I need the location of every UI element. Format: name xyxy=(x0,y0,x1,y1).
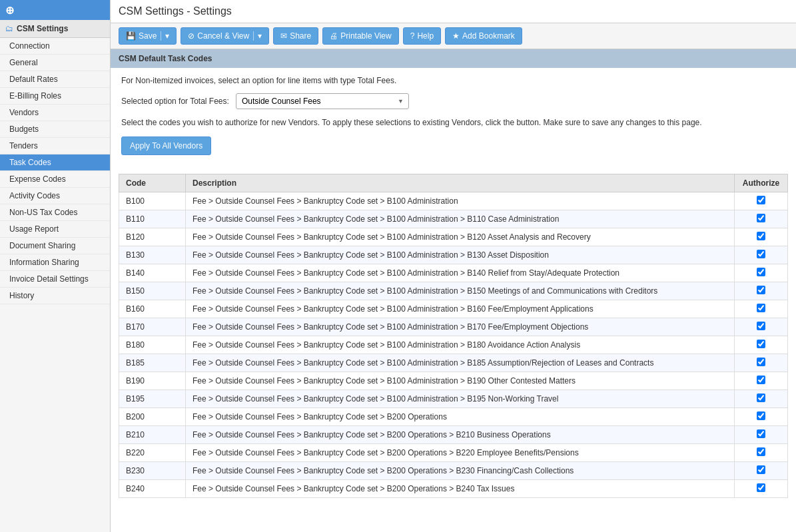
table-cell-description: Fee > Outside Counsel Fees > Bankruptcy … xyxy=(186,461,735,479)
authorize-checkbox[interactable] xyxy=(757,286,765,294)
authorize-checkbox[interactable] xyxy=(757,376,765,384)
table-cell-description: Fee > Outside Counsel Fees > Bankruptcy … xyxy=(186,228,735,246)
sidebar-item-e-billing-roles[interactable]: E-Billing Roles xyxy=(0,88,110,105)
table-row: B190Fee > Outside Counsel Fees > Bankrup… xyxy=(119,372,788,390)
table-row: B195Fee > Outside Counsel Fees > Bankrup… xyxy=(119,390,788,407)
table-wrapper: Code Description Authorize B100Fee > Out… xyxy=(111,174,796,506)
sidebar-item-general[interactable]: General xyxy=(0,55,110,71)
table-cell-code: B150 xyxy=(119,282,186,300)
table-cell-description: Fee > Outside Counsel Fees > Bankruptcy … xyxy=(186,300,735,318)
table-row: B110Fee > Outside Counsel Fees > Bankrup… xyxy=(119,210,788,228)
table-header: Code Description Authorize xyxy=(119,174,788,192)
apply-all-vendors-button[interactable]: Apply To All Vendors xyxy=(121,136,211,155)
table-cell-code: B180 xyxy=(119,336,186,354)
sidebar-section-header[interactable]: 🗂 CSM Settings xyxy=(0,20,110,38)
table-cell-code: B190 xyxy=(119,372,186,390)
share-label: Share xyxy=(290,31,311,41)
task-codes-table: Code Description Authorize B100Fee > Out… xyxy=(119,174,788,498)
info-text: Select the codes you wish to authorize f… xyxy=(121,117,785,129)
table-cell-code: B120 xyxy=(119,228,186,246)
table-cell-description: Fee > Outside Counsel Fees > Bankruptcy … xyxy=(186,425,735,443)
table-cell-authorize xyxy=(735,246,788,264)
table-cell-description: Fee > Outside Counsel Fees > Bankruptcy … xyxy=(186,210,735,228)
sidebar-item-document-sharing[interactable]: Document Sharing xyxy=(0,238,110,254)
table-cell-code: B210 xyxy=(119,425,186,443)
share-icon: ✉ xyxy=(280,31,287,41)
authorize-checkbox[interactable] xyxy=(757,340,765,348)
table-row: B100Fee > Outside Counsel Fees > Bankrup… xyxy=(119,192,788,210)
table-cell-description: Fee > Outside Counsel Fees > Bankruptcy … xyxy=(186,390,735,407)
sidebar-item-vendors[interactable]: Vendors xyxy=(0,105,110,121)
total-fees-select[interactable]: Outside Counsel FeesFeesTotal Fees xyxy=(236,93,409,109)
help-icon: ? xyxy=(410,31,415,41)
authorize-checkbox[interactable] xyxy=(757,268,765,276)
table-row: B220Fee > Outside Counsel Fees > Bankrup… xyxy=(119,443,788,461)
authorize-checkbox[interactable] xyxy=(757,447,765,456)
table-cell-authorize xyxy=(735,407,788,425)
help-button[interactable]: ? Help xyxy=(403,27,441,45)
add-bookmark-button[interactable]: ★ Add Bookmark xyxy=(445,27,522,45)
cancel-icon: ⊘ xyxy=(188,31,195,41)
sidebar-item-information-sharing[interactable]: Information Sharing xyxy=(0,254,110,271)
table-row: B150Fee > Outside Counsel Fees > Bankrup… xyxy=(119,282,788,300)
share-button[interactable]: ✉ Share xyxy=(273,27,318,45)
authorize-checkbox[interactable] xyxy=(757,465,765,474)
sidebar-item-activity-codes[interactable]: Activity Codes xyxy=(0,188,110,204)
sidebar-item-connection[interactable]: Connection xyxy=(0,38,110,55)
authorize-checkbox[interactable] xyxy=(757,304,765,312)
sidebar: ⊕ 🗂 CSM Settings ConnectionGeneralDefaul… xyxy=(0,0,111,532)
authorize-checkbox[interactable] xyxy=(757,483,765,492)
table-cell-code: B170 xyxy=(119,318,186,336)
save-label: Save xyxy=(139,31,157,41)
save-button[interactable]: 💾 Save ▾ xyxy=(119,27,177,45)
table-cell-authorize xyxy=(735,264,788,282)
table-cell-authorize xyxy=(735,228,788,246)
authorize-checkbox[interactable] xyxy=(757,322,765,330)
save-dropdown-arrow[interactable]: ▾ xyxy=(161,31,169,41)
authorize-checkbox[interactable] xyxy=(757,358,765,366)
authorize-checkbox[interactable] xyxy=(757,429,765,438)
table-cell-code: B110 xyxy=(119,210,186,228)
sidebar-item-non-us-tax-codes[interactable]: Non-US Tax Codes xyxy=(0,204,110,221)
table-cell-authorize xyxy=(735,192,788,210)
table-row: B200Fee > Outside Counsel Fees > Bankrup… xyxy=(119,407,788,425)
printable-view-button[interactable]: 🖨 Printable View xyxy=(322,27,399,45)
table-cell-code: B220 xyxy=(119,443,186,461)
form-area: For Non-itemized invoices, select an opt… xyxy=(111,68,796,174)
sidebar-section-label: CSM Settings xyxy=(17,24,68,33)
table-row: B230Fee > Outside Counsel Fees > Bankrup… xyxy=(119,461,788,479)
sidebar-item-tenders[interactable]: Tenders xyxy=(0,138,110,154)
sidebar-item-task-codes[interactable]: Task Codes xyxy=(0,154,110,171)
sidebar-top-bar: ⊕ xyxy=(0,0,110,20)
authorize-checkbox[interactable] xyxy=(757,232,765,240)
form-description: For Non-itemized invoices, select an opt… xyxy=(121,76,785,85)
authorize-checkbox[interactable] xyxy=(757,250,765,258)
sidebar-items: ConnectionGeneralDefault RatesE-Billing … xyxy=(0,38,110,304)
table-cell-authorize xyxy=(735,282,788,300)
table-cell-authorize xyxy=(735,372,788,390)
table-cell-authorize xyxy=(735,461,788,479)
cancel-view-button[interactable]: ⊘ Cancel & View ▾ xyxy=(181,27,269,45)
sidebar-item-budgets[interactable]: Budgets xyxy=(0,121,110,138)
table-row: B120Fee > Outside Counsel Fees > Bankrup… xyxy=(119,228,788,246)
sidebar-item-default-rates[interactable]: Default Rates xyxy=(0,71,110,88)
authorize-checkbox[interactable] xyxy=(757,196,765,204)
total-fees-row: Selected option for Total Fees: Outside … xyxy=(121,93,785,109)
table-cell-authorize xyxy=(735,425,788,443)
authorize-checkbox[interactable] xyxy=(757,411,765,420)
authorize-checkbox[interactable] xyxy=(757,214,765,222)
section-header-title: CSM Default Task Codes xyxy=(119,54,212,63)
authorize-checkbox[interactable] xyxy=(757,394,765,402)
add-bookmark-label: Add Bookmark xyxy=(462,31,515,41)
content-area: CSM Default Task Codes For Non-itemized … xyxy=(111,49,796,532)
sidebar-item-usage-report[interactable]: Usage Report xyxy=(0,221,110,238)
table-row: B160Fee > Outside Counsel Fees > Bankrup… xyxy=(119,300,788,318)
table-cell-authorize xyxy=(735,300,788,318)
sidebar-item-invoice-detail-settings[interactable]: Invoice Detail Settings xyxy=(0,271,110,288)
table-row: B140Fee > Outside Counsel Fees > Bankrup… xyxy=(119,264,788,282)
table-row: B130Fee > Outside Counsel Fees > Bankrup… xyxy=(119,246,788,264)
printable-view-label: Printable View xyxy=(340,31,392,41)
sidebar-item-expense-codes[interactable]: Expense Codes xyxy=(0,171,110,188)
sidebar-item-history[interactable]: History xyxy=(0,288,110,304)
cancel-dropdown-arrow[interactable]: ▾ xyxy=(253,31,262,41)
